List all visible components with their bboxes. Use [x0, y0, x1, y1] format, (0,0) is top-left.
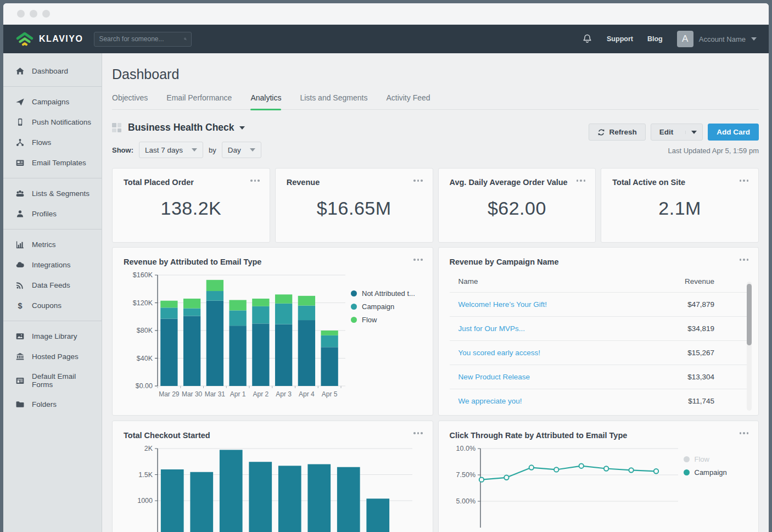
sidebar-item-coupons[interactable]: $ Coupons: [3, 295, 102, 316]
chevron-down-icon: [239, 126, 245, 130]
legend-label: Not Attributed t...: [362, 289, 415, 298]
nav-link-support[interactable]: Support: [607, 35, 633, 43]
sidebar-divider: [3, 229, 102, 229]
card-menu-ellipsis-icon[interactable]: [413, 432, 423, 434]
refresh-button[interactable]: Refresh: [589, 124, 645, 141]
legend-dot-icon: [351, 290, 357, 296]
chart-card-revenue-by-email-type: Revenue by Attributed to Email Type $0.0…: [112, 247, 433, 416]
table-row: Just for Our MVPs... $34,819: [450, 316, 748, 340]
sidebar-item-folders[interactable]: Folders: [3, 394, 102, 415]
legend-item[interactable]: Flow: [351, 316, 415, 324]
svg-text:2K: 2K: [144, 445, 153, 452]
sidebar-item-profiles[interactable]: Profiles: [3, 204, 102, 224]
card-menu-ellipsis-icon[interactable]: [740, 180, 749, 182]
cloud-icon: [15, 260, 25, 270]
notifications-bell-icon[interactable]: [582, 33, 592, 44]
chart-legend: Not Attributed t...CampaignFlow: [351, 289, 415, 408]
legend-label: Campaign: [362, 303, 394, 311]
tab-email-performance[interactable]: Email Performance: [166, 93, 232, 109]
svg-text:10.0%: 10.0%: [456, 445, 475, 452]
search-input[interactable]: [99, 35, 184, 43]
sidebar-item-campaigns[interactable]: Campaigns: [3, 92, 102, 112]
paper-plane-icon: [15, 97, 25, 107]
bank-icon: [15, 352, 25, 361]
table-scrollbar-track[interactable]: [747, 282, 752, 411]
legend-item[interactable]: Flow: [684, 455, 727, 463]
card-menu-ellipsis-icon[interactable]: [413, 180, 423, 182]
legend-item[interactable]: Not Attributed t...: [351, 289, 415, 298]
legend-item[interactable]: Campaign: [351, 303, 415, 311]
svg-text:Apr 5: Apr 5: [322, 390, 338, 398]
sidebar-item-integrations[interactable]: Integrations: [3, 255, 102, 275]
table-card-revenue-by-campaign: Revenue by Campaign Name Name Revenue We…: [438, 247, 759, 416]
folder-icon: [15, 400, 25, 409]
search-icon: [184, 35, 187, 43]
stat-value: 138.2K: [124, 198, 259, 219]
sidebar: Dashboard Campaigns Push Notifications: [3, 53, 102, 532]
board-name-dropdown[interactable]: Business Health Check: [128, 122, 245, 133]
card-menu-ellipsis-icon[interactable]: [577, 180, 586, 182]
stat-value: $62.00: [450, 198, 585, 219]
last-updated-text: Last Updated Apr 5, 1:59 pm: [668, 147, 759, 155]
tab-analytics[interactable]: Analytics: [250, 93, 281, 109]
sidebar-divider: [3, 178, 102, 178]
search-box[interactable]: [94, 32, 192, 47]
sidebar-item-lists-segments[interactable]: Lists & Segments: [3, 183, 102, 204]
campaign-link[interactable]: Welcome! Here’s Your Gift!: [458, 300, 547, 309]
window-control-dot[interactable]: [42, 10, 50, 18]
klaviyo-logo[interactable]: KLAVIYO: [15, 32, 83, 46]
legend-dot-icon: [351, 317, 357, 323]
card-menu-ellipsis-icon[interactable]: [740, 432, 749, 434]
campaign-link[interactable]: You scored early access!: [458, 349, 541, 357]
sidebar-item-image-library[interactable]: Image Library: [3, 326, 102, 346]
chart-card-total-checkout-started: Total Checkout Started 10001.5K2K: [112, 421, 433, 532]
sidebar-item-default-email-forms[interactable]: Default Email Forms: [3, 367, 102, 394]
card-menu-ellipsis-icon[interactable]: [250, 180, 260, 182]
sidebar-divider: [3, 321, 102, 321]
flows-icon: [15, 138, 25, 147]
dashboard-grid-icon: [112, 123, 121, 132]
sidebar-item-push-notifications[interactable]: Push Notifications: [3, 112, 102, 132]
sidebar-item-data-feeds[interactable]: Data Feeds: [3, 275, 102, 295]
legend-item[interactable]: Campaign: [684, 468, 727, 477]
date-range-select[interactable]: Last 7 days: [139, 142, 203, 158]
sidebar-divider: [3, 86, 102, 87]
by-label: by: [209, 146, 216, 154]
campaign-link[interactable]: We appreciate you!: [458, 397, 522, 405]
sidebar-item-dashboard[interactable]: Dashboard: [3, 61, 102, 81]
stat-card-revenue: Revenue $16.65M: [275, 168, 433, 243]
nav-link-blog[interactable]: Blog: [647, 35, 663, 43]
table-row: You scored early access! $15,267: [450, 340, 748, 365]
chart-card-click-through-rate: Click Through Rate by Attributed to Emai…: [438, 421, 759, 532]
charts-row-1: Revenue by Attributed to Email Type $0.0…: [112, 247, 759, 416]
window-control-dot[interactable]: [17, 10, 25, 18]
account-menu[interactable]: A Account Name: [677, 31, 757, 47]
table-scrollbar-thumb[interactable]: [747, 284, 752, 345]
window-control-dot[interactable]: [30, 10, 37, 18]
svg-text:$120K: $120K: [133, 299, 153, 307]
svg-text:$0.00: $0.00: [136, 382, 153, 390]
sidebar-item-hosted-pages[interactable]: Hosted Pages: [3, 346, 102, 367]
edit-button[interactable]: Edit: [651, 128, 682, 136]
svg-text:$80K: $80K: [137, 327, 153, 334]
sidebar-item-flows[interactable]: Flows: [3, 132, 102, 153]
svg-text:Apr 2: Apr 2: [253, 390, 269, 398]
interval-select[interactable]: Day: [222, 142, 261, 158]
stat-value: 2.1M: [612, 198, 747, 219]
chevron-down-icon: [192, 148, 197, 152]
tab-activity-feed[interactable]: Activity Feed: [386, 93, 430, 109]
sidebar-item-metrics[interactable]: Metrics: [3, 234, 102, 255]
card-menu-ellipsis-icon[interactable]: [413, 259, 423, 261]
sidebar-item-email-templates[interactable]: Email Templates: [3, 153, 102, 173]
svg-text:5.00%: 5.00%: [456, 497, 475, 505]
campaign-link[interactable]: New Product Release: [458, 373, 530, 381]
add-card-button[interactable]: Add Card: [708, 124, 759, 141]
tab-lists-and-segments[interactable]: Lists and Segments: [300, 93, 367, 109]
table-header: Name Revenue: [450, 273, 748, 292]
campaign-link[interactable]: Just for Our MVPs...: [458, 324, 525, 333]
svg-text:$160K: $160K: [133, 271, 153, 279]
edit-dropdown-button[interactable]: [685, 131, 702, 134]
card-menu-ellipsis-icon[interactable]: [740, 259, 749, 261]
board-controls: Refresh Edit Add Card: [589, 124, 759, 141]
tab-objectives[interactable]: Objectives: [112, 93, 148, 109]
